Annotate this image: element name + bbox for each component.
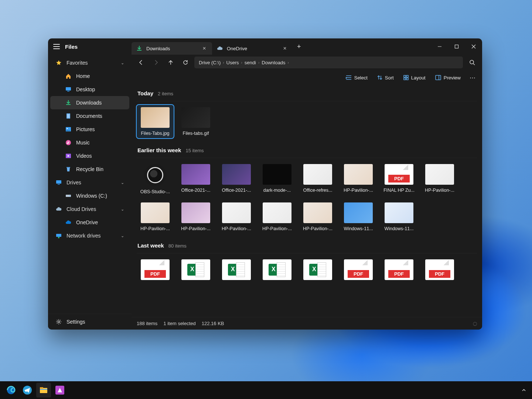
file-item[interactable]: Office-2021-... [218,162,255,197]
hamburger-icon[interactable] [53,44,60,49]
breadcrumb[interactable]: Drive (C:\)›Users›sendi›Downloads› [194,57,463,68]
section-title: Drives [66,180,81,185]
sidebar-item-music[interactable]: Music [50,136,129,149]
group-header[interactable]: Today2 items [137,86,477,101]
taskbar-edge-icon[interactable] [4,383,18,398]
maximize-button[interactable] [448,40,465,53]
taskbar-files-icon[interactable] [36,383,51,398]
file-thumbnail [144,164,166,186]
svg-point-11 [67,128,68,129]
sidebar-item-documents[interactable]: Documents [50,109,129,123]
breadcrumb-segment[interactable]: Downloads [262,60,285,65]
group-count: 80 items [168,243,187,249]
file-thumbnail [263,164,291,185]
file-item[interactable] [218,257,255,285]
chevron-right-icon: › [258,61,259,65]
tab-close-icon[interactable]: ✕ [282,45,288,52]
file-thumbnail [141,107,170,128]
preview-label: Preview [444,75,461,81]
file-item[interactable] [137,257,174,285]
taskbar-app-icon[interactable] [52,383,67,398]
system-tray[interactable] [519,388,529,392]
tab-downloads[interactable]: Downloads✕ [132,42,212,55]
file-item[interactable] [421,257,458,285]
file-item[interactable]: Office-refres... [299,162,336,197]
sidebar-item-desktop[interactable]: Desktop [50,83,129,96]
chevron-right-icon: › [288,61,289,65]
close-button[interactable] [465,40,482,53]
chevron-right-icon: › [241,61,242,65]
taskbar-telegram-icon[interactable] [20,383,35,398]
file-item[interactable] [177,257,214,285]
sidebar-item-windows-c-[interactable]: Windows (C:) [50,189,129,202]
file-item[interactable]: Files-tabs.gif [177,105,214,138]
sidebar-item-onedrive[interactable]: OneDrive [50,216,129,229]
sidebar-section-cloud-drives[interactable]: Cloud Drives⌄ [48,202,132,216]
group-title: Earlier this week [137,147,181,153]
preview-button[interactable]: Preview [432,73,464,83]
file-item[interactable] [299,257,336,285]
breadcrumb-segment[interactable]: sendi [245,60,256,65]
sidebar-item-label: Recycle Bin [76,166,103,172]
recycle-icon [65,166,72,173]
file-item[interactable]: OBS-Studio-... [137,162,174,197]
file-item[interactable]: HP-Pavilion-... [340,162,377,197]
sort-button[interactable]: Sort [374,73,398,83]
forward-button[interactable] [150,57,162,68]
file-item[interactable]: HP-Pavilion-... [177,200,214,233]
file-thumbnail [222,202,251,223]
breadcrumb-segment[interactable]: Drive (C:\) [199,60,221,65]
file-item[interactable] [340,257,377,285]
file-item[interactable]: Windows-11... [340,200,377,233]
file-name: Windows-11... [341,226,376,231]
status-total: 188 items [137,321,157,326]
settings-label: Settings [66,319,85,325]
sidebar-item-downloads[interactable]: Downloads [50,96,129,109]
monitor-icon [55,179,62,186]
layout-button[interactable]: Layout [400,73,429,83]
more-button[interactable]: ⋯ [467,72,478,83]
breadcrumb-segment[interactable]: Users [226,60,239,65]
settings-button[interactable]: Settings [48,314,132,330]
file-item[interactable]: Files-Tabs.jpg [137,105,174,138]
file-item[interactable]: Windows-11... [381,200,417,233]
search-button[interactable] [466,57,478,68]
file-item[interactable]: HP-Pavilion-... [259,200,296,233]
status-selected: 1 item selected [163,321,195,326]
group-header[interactable]: Earlier this week15 items [137,143,477,158]
sidebar-section-drives[interactable]: Drives⌄ [48,176,132,189]
up-button[interactable] [165,57,177,68]
back-button[interactable] [135,57,147,68]
file-item[interactable]: HP-Pavilion-... [299,200,336,233]
cloud-icon [216,45,223,52]
file-name: HP-Pavilion-... [137,226,173,231]
svg-rect-4 [66,87,71,91]
file-item[interactable] [381,257,417,285]
svg-rect-14 [66,167,70,168]
onedrive-icon [65,219,72,226]
sidebar-item-videos[interactable]: Videos [50,149,129,163]
file-item[interactable]: HP-Pavilion-... [137,200,174,233]
svg-rect-36 [40,387,43,389]
sidebar-item-recycle-bin[interactable]: Recycle Bin [50,163,129,176]
sidebar-item-pictures[interactable]: Pictures [50,123,129,136]
sidebar-item-home[interactable]: Home [50,69,129,83]
file-item[interactable]: HP-Pavilion-... [218,200,255,233]
file-item[interactable]: FINAL HP Zu... [381,162,417,197]
tab-close-icon[interactable]: ✕ [201,45,208,52]
file-item[interactable]: Office-2021-... [177,162,214,197]
refresh-button[interactable] [180,57,191,68]
file-thumbnail [222,164,251,185]
sidebar-section-network-drives[interactable]: Network drives⌄ [48,229,132,242]
svg-point-20 [58,237,59,238]
minimize-button[interactable] [431,40,448,53]
select-button[interactable]: Select [342,73,371,83]
group-count: 15 items [185,148,204,153]
file-item[interactable] [259,257,296,285]
tab-onedrive[interactable]: OneDrive✕ [212,42,293,55]
group-header[interactable]: Last week80 items [137,239,477,253]
sidebar-section-favorites[interactable]: Favorites⌄ [48,56,132,69]
new-tab-button[interactable]: + [293,43,306,51]
file-item[interactable]: dark-mode-... [259,162,296,197]
file-item[interactable]: HP-Pavilion-... [421,162,458,197]
